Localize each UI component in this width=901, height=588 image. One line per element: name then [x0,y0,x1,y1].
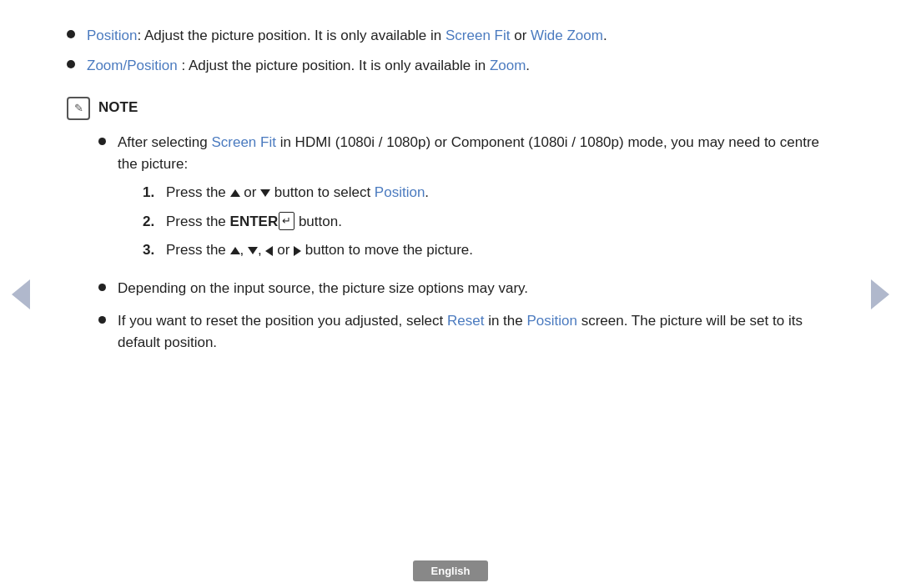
note-list-item-2: Depending on the input source, the pictu… [98,278,834,299]
note-bullet-dot-2 [98,284,106,291]
next-page-arrow[interactable] [871,279,889,309]
step-1-num: 1. [143,182,166,204]
list-item: Zoom/Position : Adjust the picture posit… [67,55,834,77]
numbered-steps: 1. Press the or button to select Positio… [143,182,834,261]
screen-fit-link[interactable]: Screen Fit [445,28,510,43]
bullet-dot [67,60,75,68]
note-list-item-3: If you want to reset the position you ad… [98,310,834,354]
note-bullet-3-text: If you want to reset the position you ad… [118,310,834,354]
up-arrow-icon-2 [230,247,240,254]
note-bullet-dot [98,138,106,145]
zoom-position-bullet-text: Zoom/Position : Adjust the picture posit… [87,55,530,77]
list-item: Position: Adjust the picture position. I… [67,25,834,47]
language-button[interactable]: English [413,560,489,581]
language-bar: English [0,560,901,588]
wide-zoom-link[interactable]: Wide Zoom [531,28,603,43]
step-3-num: 3. [143,239,166,261]
note-bullet-list: After selecting Screen Fit in HDMI (1080… [98,132,834,354]
step-2-num: 2. [143,211,166,233]
note-bullet-dot-3 [98,316,106,324]
step-1: 1. Press the or button to select Positio… [143,182,834,204]
enter-icon: ↵ [279,212,294,230]
step-1-text: Press the or button to select Position. [166,182,429,204]
down-arrow-icon-2 [248,247,258,254]
position-link-2[interactable]: Position [375,184,425,200]
prev-page-arrow[interactable] [12,279,30,309]
step-3-text: Press the , , or button to move the pict… [166,239,473,261]
up-arrow-icon [230,189,240,197]
main-content: Position: Adjust the picture position. I… [67,25,834,538]
zoom-position-link[interactable]: Zoom/Position [87,58,178,73]
note-label: NOTE [98,96,138,118]
bullet-dot [67,30,75,38]
step-2-text: Press the ENTER↵ button. [166,211,342,233]
left-arrow-icon [265,246,273,256]
note-main-text: After selecting Screen Fit in HDMI (1080… [118,132,834,269]
enter-text: ENTER [230,214,279,229]
down-arrow-icon [260,189,270,197]
note-icon: ✎ [67,97,90,120]
top-bullet-list: Position: Adjust the picture position. I… [67,25,834,78]
note-section: ✎ NOTE [67,96,834,120]
position-link[interactable]: Position [87,28,137,43]
note-bullet-2-text: Depending on the input source, the pictu… [118,278,528,299]
zoom-link[interactable]: Zoom [490,58,526,73]
step-2: 2. Press the ENTER↵ button. [143,211,834,233]
reset-link[interactable]: Reset [447,313,484,329]
step-3: 3. Press the , , or button to move the p… [143,239,834,261]
note-content: After selecting Screen Fit in HDMI (1080… [98,132,834,354]
note-list-item: After selecting Screen Fit in HDMI (1080… [98,132,834,269]
position-link-3[interactable]: Position [526,313,576,329]
screen-fit-link-2[interactable]: Screen Fit [211,134,275,150]
right-arrow-icon [294,246,301,256]
position-bullet-text: Position: Adjust the picture position. I… [87,25,607,47]
